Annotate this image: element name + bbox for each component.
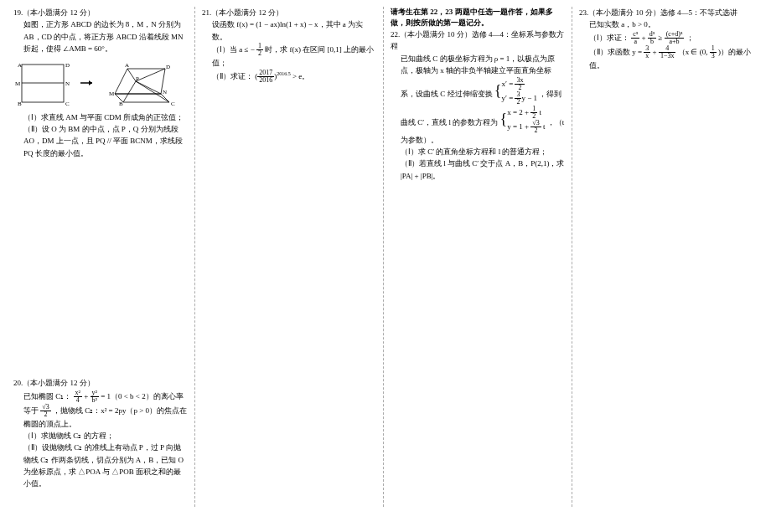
q19-body: 如图，正方形 ABCD 的边长为 8，M，N 分别为 AB，CD 的中点，将正方… xyxy=(13,18,188,54)
svg-marker-9 xyxy=(89,80,92,85)
square-diagram: A D M N B C xyxy=(13,60,72,106)
q19-figure: A D M N B C xyxy=(13,60,188,106)
svg-text:M: M xyxy=(109,90,115,97)
q20-part2: （Ⅱ）设抛物线 C₂ 的准线上有动点 P，过 P 向抛物线 C₂ 作两条切线，切… xyxy=(13,442,188,490)
exam-page: 19.（本小题满分 12 分） 如图，正方形 ABCD 的边长为 8，M，N 分… xyxy=(7,7,761,507)
column-4: 23.（本小题满分 10 分）选修 4—5：不等式选讲 已知实数 a，b > 0… xyxy=(572,7,761,507)
q21-part1: （Ⅰ）当 a ≤ − 12 时，求 f(x) 在区间 [0,1] 上的最小值； xyxy=(202,43,376,69)
q19-part1: （Ⅰ）求直线 AM 与平面 CDM 所成角的正弦值； xyxy=(13,111,188,123)
svg-text:P: P xyxy=(136,75,139,82)
frac-3x: 3x xyxy=(644,45,650,59)
q23-part2: （Ⅱ）求函数 y = 3x + 41−3x （x ∈ (0, 13 )）的最小值… xyxy=(579,45,754,71)
svg-text:A: A xyxy=(125,62,129,69)
question-23: 23.（本小题满分 10 分）选修 4—5：不等式选讲 已知实数 a，b > 0… xyxy=(579,7,754,71)
q23-header: 23.（本小题满分 10 分）选修 4—5：不等式选讲 xyxy=(579,7,754,18)
svg-marker-10 xyxy=(115,94,169,102)
q19-part2: （Ⅱ）设 O 为 BM 的中点，点 P，Q 分别为线段 AO，DM 上一点，且 … xyxy=(13,123,188,159)
svg-text:C: C xyxy=(65,101,70,106)
transform-system: { x′ = 3x2 y′ = 32y − 1 xyxy=(494,77,537,106)
choice-note: 请考生在第 22，23 两题中任选一题作答，如果多做，则按所做的第一题记分。 xyxy=(391,7,565,28)
frac-x24: x²4 xyxy=(74,390,82,404)
column-2: 21.（本小题满分 12 分） 设函数 f(x) = (1 − ax)ln(1 … xyxy=(195,7,384,507)
svg-text:N: N xyxy=(65,80,70,87)
frac-cd3-ab: (c+d)³a+b xyxy=(665,31,685,45)
q20-header: 20.（本小题满分 12 分） xyxy=(13,377,188,389)
q20-body: 已知椭圆 C₁： x²4 + y²b² = 1（0 < b < 2）的离心率等于… xyxy=(13,390,188,430)
svg-text:N: N xyxy=(163,89,167,96)
q23-body: 已知实数 a，b > 0。 xyxy=(579,18,754,30)
svg-text:D: D xyxy=(65,62,70,69)
svg-text:B: B xyxy=(18,101,22,106)
column-1: 19.（本小题满分 12 分） 如图，正方形 ABCD 的边长为 8，M，N 分… xyxy=(7,7,195,507)
svg-text:A: A xyxy=(18,62,22,69)
svg-marker-11 xyxy=(115,69,165,94)
frac-1-3: 13 xyxy=(710,45,717,59)
frac-y2b2: y²b² xyxy=(91,390,99,404)
frac-4-13x: 41−3x xyxy=(659,45,676,59)
q21-header: 21.（本小题满分 12 分） xyxy=(202,7,376,18)
question-20: 20.（本小题满分 12 分） 已知椭圆 C₁： x²4 + y²b² = 1（… xyxy=(13,377,188,490)
question-21: 21.（本小题满分 12 分） 设函数 f(x) = (1 − ax)ln(1 … xyxy=(202,7,376,84)
frac-sqrt3-2: √32 xyxy=(40,404,50,418)
q20-part1: （Ⅰ）求抛物线 C₂ 的方程； xyxy=(13,430,188,442)
frac-1-2: 12 xyxy=(256,43,263,57)
frac-c3a: c³a xyxy=(631,31,639,45)
parametric-system: { x = 2 + 12 t y = 1 + √32 t xyxy=(499,106,545,134)
svg-line-15 xyxy=(127,69,136,81)
svg-line-16 xyxy=(136,69,165,81)
question-19: 19.（本小题满分 12 分） 如图，正方形 ABCD 的边长为 8，M，N 分… xyxy=(13,7,188,159)
svg-line-14 xyxy=(123,81,136,102)
q21-body: 设函数 f(x) = (1 − ax)ln(1 + x) − x，其中 a 为实… xyxy=(202,18,376,43)
arrow-icon xyxy=(79,75,96,91)
svg-text:C: C xyxy=(171,101,175,106)
svg-text:M: M xyxy=(15,80,21,87)
q22-part2: （Ⅱ）若直线 l 与曲线 C′ 交于点 A，B，P(2,1)，求 |PA| + … xyxy=(391,158,565,182)
q22-body: 已知曲线 C 的极坐标方程为 ρ = 1，以极点为原点，极轴为 x 轴的非负半轴… xyxy=(391,53,565,146)
column-3: 请考生在第 22，23 两题中任选一题作答，如果多做，则按所做的第一题记分。 2… xyxy=(384,7,572,507)
folded-diagram: A D M N B C P xyxy=(102,60,178,106)
frac-d3b: d³b xyxy=(648,31,656,45)
svg-text:B: B xyxy=(119,101,123,106)
svg-line-12 xyxy=(136,81,161,94)
svg-text:D: D xyxy=(166,64,170,70)
q19-header: 19.（本小题满分 12 分） xyxy=(13,7,188,18)
question-22: 22.（本小题满分 10 分）选修 4—4：坐标系与参数方程 已知曲线 C 的极… xyxy=(391,28,565,182)
q22-part1: （Ⅰ）求 C′ 的直角坐标方程和 l 的普通方程； xyxy=(391,146,565,158)
svg-rect-0 xyxy=(22,65,64,102)
frac-2017-2016: 20172016 xyxy=(257,70,274,84)
q23-part1: （Ⅰ）求证： c³a + d³b ≥ (c+d)³a+b ； xyxy=(579,31,754,45)
q21-part2: （Ⅱ）求证： (20172016)2016.5 > e。 xyxy=(202,70,376,84)
q22-header: 22.（本小题满分 10 分）选修 4—4：坐标系与参数方程 xyxy=(391,28,565,53)
